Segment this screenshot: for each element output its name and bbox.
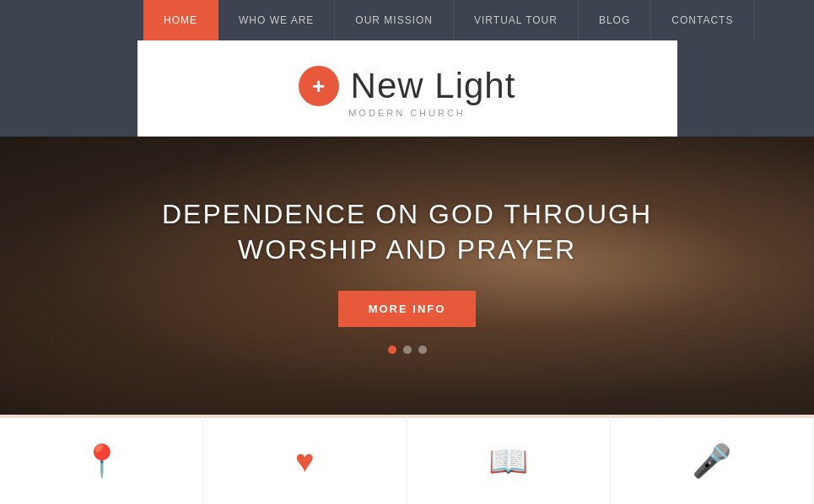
- nav-item-our-mission[interactable]: OUR MISSION: [335, 0, 454, 40]
- hero-dot-1[interactable]: [388, 346, 396, 354]
- header-content-row: + New Light MODERN CHURCH: [0, 40, 814, 137]
- nav-item-who-we-are[interactable]: WHO WE ARE: [218, 0, 335, 40]
- hero-dots: [388, 346, 427, 354]
- location-icon: 📍: [82, 442, 121, 480]
- more-info-button[interactable]: MORE INFO: [338, 291, 477, 327]
- hero-section: DEPENDENCE ON GOD THROUGH WORSHIP AND PR…: [0, 137, 814, 415]
- hero-text: DEPENDENCE ON GOD THROUGH WORSHIP AND PR…: [162, 197, 652, 327]
- heart-icon: ♥: [295, 443, 315, 480]
- logo-icon: +: [299, 66, 339, 106]
- navigation: HOME WHO WE ARE OUR MISSION VIRTUAL TOUR…: [0, 0, 814, 40]
- card-location[interactable]: 📍: [0, 415, 203, 504]
- hero-dot-3[interactable]: [418, 346, 427, 354]
- header-section: + New Light MODERN CHURCH: [0, 40, 814, 137]
- nav-item-blog[interactable]: BLOG: [579, 0, 651, 40]
- book-icon: 📖: [488, 442, 528, 480]
- nav-right-spacer: [754, 0, 814, 40]
- nav-left-spacer: [0, 0, 143, 40]
- cards-row: 📍 ♥ 📖 🎤: [0, 415, 814, 504]
- hero-dot-2[interactable]: [403, 346, 412, 354]
- nav-item-home[interactable]: HOME: [143, 0, 218, 40]
- nav-item-virtual-tour[interactable]: VIRTUAL TOUR: [454, 0, 579, 40]
- site-title: New Light: [351, 66, 516, 106]
- card-heart[interactable]: ♥: [203, 415, 407, 504]
- card-book[interactable]: 📖: [407, 415, 611, 504]
- logo-subtitle: MODERN CHURCH: [348, 108, 466, 118]
- nav-item-contacts[interactable]: CONTACTS: [651, 0, 754, 40]
- hero-headline: DEPENDENCE ON GOD THROUGH WORSHIP AND PR…: [162, 197, 652, 267]
- logo-container: + New Light MODERN CHURCH: [137, 40, 677, 137]
- microphone-icon: 🎤: [692, 442, 731, 480]
- card-microphone[interactable]: 🎤: [611, 415, 814, 504]
- logo-row: + New Light: [299, 66, 516, 106]
